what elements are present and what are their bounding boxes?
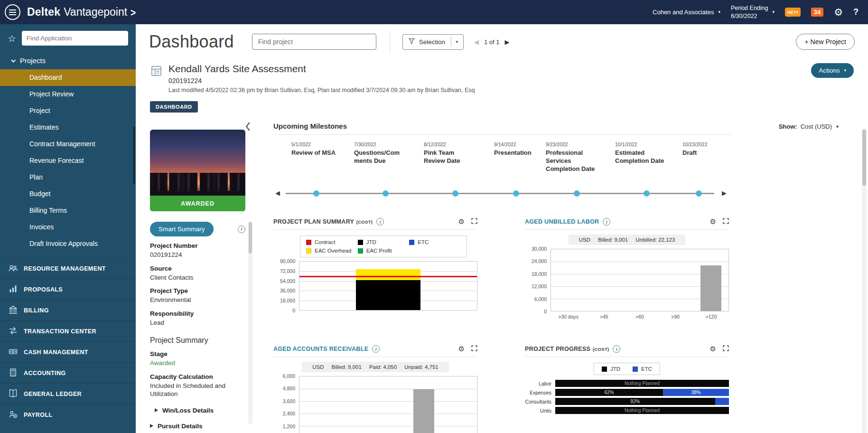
notification-badge[interactable]: 34 <box>811 8 823 17</box>
show-selector[interactable]: Show: Cost (USD) ▼ <box>779 123 840 130</box>
milestone-dot[interactable] <box>513 190 519 197</box>
chevron-down-icon <box>11 58 16 63</box>
info-icon[interactable]: i <box>376 218 384 226</box>
selection-dropdown[interactable]: Selection ▾ <box>402 34 464 50</box>
project-modified-text: Last modified 4/5/2022 02:36 pm by Brian… <box>168 87 475 94</box>
field-label: Project Number <box>150 242 245 249</box>
hamburger-menu-icon[interactable] <box>5 4 20 20</box>
expander-pursuit-details[interactable]: Pursuit Details <box>150 423 245 430</box>
y-tick-label: 90,000 <box>280 258 295 264</box>
sidebar-module-payroll[interactable]: $ PAYROLL <box>0 404 136 425</box>
y-tick-label: 18,000 <box>532 271 547 277</box>
widget-settings-gear-icon[interactable]: ⚙ <box>458 217 465 226</box>
progress-row-label: Units <box>525 408 555 414</box>
find-application-input[interactable] <box>22 31 128 46</box>
period-selector[interactable]: Period Ending 6/30/2022 ▾ <box>731 4 775 20</box>
page-scrollbar[interactable] <box>862 129 867 433</box>
gridline <box>299 401 477 402</box>
progress-bar: 62%38% <box>555 389 729 396</box>
panel-scrollbar-thumb[interactable] <box>249 222 252 254</box>
widget-settings-gear-icon[interactable]: ⚙ <box>710 345 716 353</box>
y-tick-label: 18,000 <box>280 298 295 303</box>
y-tick-label: 24,000 <box>532 258 547 264</box>
summary-billed: Billed: 9,001 <box>332 364 362 370</box>
sidebar-item-draft-invoice-approvals[interactable]: Draft Invoice Approvals <box>0 235 136 252</box>
settings-gear-icon[interactable]: ⚙ <box>834 7 843 18</box>
page-header: Dashboard Selection ▾ ◀ 1 of 1 ▶ + New P… <box>136 24 868 59</box>
smart-summary-button[interactable]: Smart Summary <box>150 222 214 236</box>
favorites-star-icon[interactable]: ☆ <box>8 33 16 44</box>
milestone-dot[interactable] <box>383 190 389 197</box>
chevron-down-icon: ▾ <box>456 40 458 44</box>
hey-announcement-icon[interactable]: HEY! <box>785 8 801 17</box>
field-value: 020191224 <box>150 251 245 259</box>
sidebar-module-transaction-center[interactable]: TRANSACTION CENTER <box>0 320 136 341</box>
expander-win-loss-details[interactable]: Win/Loss Details <box>155 407 245 414</box>
new-project-button[interactable]: + New Project <box>796 34 855 50</box>
sidebar-item-billing-terms[interactable]: Billing Terms <box>0 202 136 219</box>
milestone-dot[interactable] <box>696 190 702 197</box>
pager-next-icon[interactable]: ▶ <box>504 38 509 46</box>
sidebar-item-plan[interactable]: Plan <box>0 169 136 186</box>
plan-chart: 90,000 72,000 54,000 36,000 18,000 0 <box>273 261 477 311</box>
actions-button[interactable]: Actions ▾ <box>811 63 854 78</box>
sidebar: ☆ Projects Dashboard Project Review Proj… <box>0 24 136 433</box>
timeline-previous-icon[interactable]: ◀ <box>275 189 280 197</box>
milestone-name: Professional Services Completion Date <box>546 149 607 173</box>
sidebar-item-estimates[interactable]: Estimates <box>0 119 136 136</box>
info-icon[interactable]: i <box>238 226 245 233</box>
info-icon[interactable]: i <box>603 218 610 226</box>
projects-section-toggle[interactable]: Projects <box>0 51 136 69</box>
legend-item: ETC <box>633 366 652 372</box>
widget-expand-icon[interactable] <box>723 345 729 353</box>
collapse-panel-button[interactable] <box>245 122 251 132</box>
module-label: PAYROLL <box>24 412 52 418</box>
find-project-input[interactable] <box>252 34 376 50</box>
widget-settings-gear-icon[interactable]: ⚙ <box>458 345 465 353</box>
sidebar-item-project[interactable]: Project <box>0 103 136 119</box>
aging-bar <box>413 389 434 433</box>
milestone-dot[interactable] <box>452 190 458 197</box>
milestone-date: 10/1/2022 <box>615 141 673 147</box>
help-icon[interactable]: ? <box>853 7 859 17</box>
sidebar-item-revenue-forecast[interactable]: Revenue Forecast <box>0 152 136 169</box>
sidebar-module-cash-management[interactable]: CASH MANAGEMENT <box>0 341 136 362</box>
panel-scrollbar[interactable] <box>248 221 252 424</box>
chevron-right-icon <box>155 408 158 412</box>
milestone-dot[interactable] <box>313 190 319 197</box>
legend-label: ETC <box>641 366 652 372</box>
widget-expand-icon[interactable] <box>471 345 477 353</box>
summary-currency: USD <box>579 237 590 243</box>
page-scrollbar-thumb[interactable] <box>862 130 866 186</box>
find-application-row: ☆ <box>0 24 136 51</box>
widget-expand-icon[interactable] <box>723 218 729 226</box>
milestones-title: Upcoming Milestones <box>273 122 731 135</box>
pager-previous-icon[interactable]: ◀ <box>474 38 479 46</box>
info-icon[interactable]: i <box>613 345 620 353</box>
company-selector[interactable]: Cohen and Associates ▾ <box>653 9 720 16</box>
sidebar-module-accounting[interactable]: ACCOUNTING <box>0 362 136 383</box>
module-label: RESOURCE MANAGEMENT <box>24 265 106 272</box>
sidebar-item-invoices[interactable]: Invoices <box>0 219 136 235</box>
timeline-next-icon[interactable]: ▶ <box>722 189 727 197</box>
sidebar-module-resource-management[interactable]: RESOURCE MANAGEMENT <box>0 258 136 279</box>
info-icon[interactable]: i <box>372 345 380 353</box>
field-value: Lead <box>150 319 245 327</box>
brand-chevron-icon: > <box>131 7 136 19</box>
widget-settings-gear-icon[interactable]: ⚙ <box>710 217 716 226</box>
milestone-dot[interactable] <box>574 190 580 197</box>
sidebar-module-proposals[interactable]: PROPOSALS <box>0 279 136 300</box>
tab-dashboard[interactable]: DASHBOARD <box>150 101 198 113</box>
y-tick-label: 0 <box>544 309 547 314</box>
milestone-dot[interactable] <box>644 190 650 197</box>
sidebar-item-contract-management[interactable]: Contract Management <box>0 136 136 152</box>
sidebar-item-budget[interactable]: Budget <box>0 186 136 202</box>
expander-label: Win/Loss Details <box>162 407 214 414</box>
progress-bar: 92% <box>555 398 729 405</box>
sidebar-scrollbar-thumb[interactable] <box>133 126 135 184</box>
widget-expand-icon[interactable] <box>471 218 477 226</box>
sidebar-module-billing[interactable]: BILLING <box>0 300 136 320</box>
sidebar-module-general-ledger[interactable]: GENERAL LEDGER <box>0 383 136 404</box>
sidebar-item-project-review[interactable]: Project Review <box>0 86 136 103</box>
sidebar-item-dashboard[interactable]: Dashboard <box>0 69 136 86</box>
